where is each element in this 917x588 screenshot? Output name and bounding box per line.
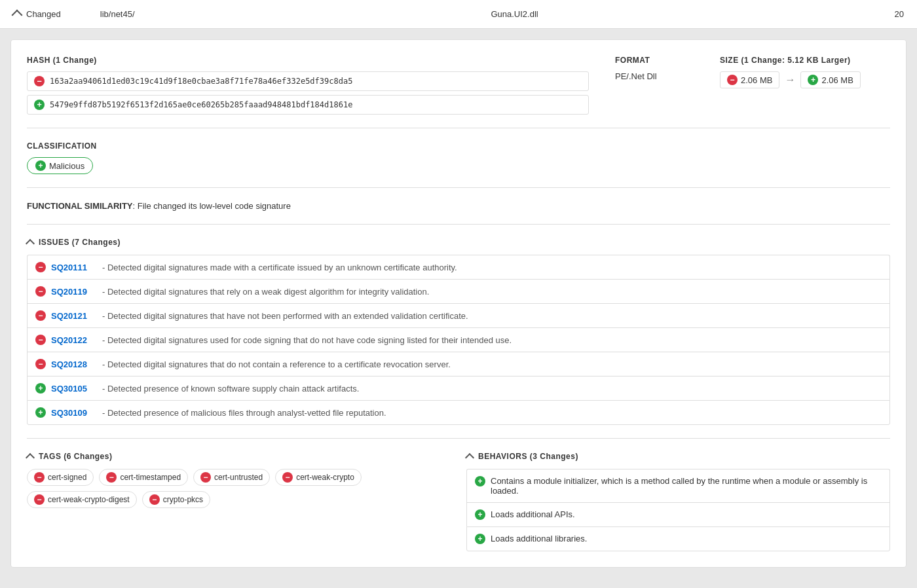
format-section: FORMAT PE/.Net Dll <box>615 56 694 81</box>
format-title: FORMAT <box>615 56 694 65</box>
divider-1 <box>27 128 890 128</box>
top-bar-count: 20 <box>895 9 904 19</box>
plus-icon: + <box>475 509 485 520</box>
minus-icon: − <box>34 76 45 86</box>
minus-icon: − <box>34 494 45 505</box>
minus-icon: − <box>35 310 46 321</box>
issue-code[interactable]: SQ20128 <box>51 359 97 369</box>
top-bar-toggle[interactable]: Changed <box>13 9 61 19</box>
behavior-row: +Contains a module initializer, which is… <box>466 469 890 502</box>
tags-section: TAGS (6 Changes) −cert-signed−cert-times… <box>27 452 451 551</box>
issue-row: −SQ20121 - Detected digital signatures t… <box>27 303 890 327</box>
size-title: SIZE (1 Change: 5.12 KB Larger) <box>720 56 890 65</box>
size-minus-icon: − <box>727 75 738 85</box>
behaviors-list: +Contains a module initializer, which is… <box>466 469 890 551</box>
behavior-text: Contains a module initializer, which is … <box>491 476 882 496</box>
minus-icon: − <box>35 335 46 345</box>
minus-icon: − <box>106 472 117 483</box>
issue-row: −SQ20122 - Detected digital signatures u… <box>27 327 890 352</box>
tag-label: crypto-pkcs <box>163 495 203 504</box>
size-old-badge: − 2.06 MB <box>720 71 779 88</box>
plus-icon: + <box>35 383 46 394</box>
issue-text: - Detected digital signatures made with … <box>102 263 457 272</box>
size-new-badge: + 2.06 MB <box>800 71 860 88</box>
issue-row: −SQ20128 - Detected digital signatures t… <box>27 352 890 376</box>
behaviors-title: BEHAVIORS (3 Changes) <box>478 452 578 461</box>
behavior-text: Loads additional APIs. <box>491 509 575 519</box>
behaviors-section: BEHAVIORS (3 Changes) +Contains a module… <box>466 452 890 551</box>
behavior-row: +Loads additional libraries. <box>466 526 890 551</box>
hash-title: HASH (1 Change) <box>27 56 589 65</box>
issues-title: ISSUES (7 Changes) <box>39 238 121 247</box>
issue-code[interactable]: SQ30105 <box>51 384 97 394</box>
functional-section: FUNCTIONAL SIMILARITY: File changed its … <box>27 201 890 211</box>
issue-text: - Detected digital signatures that do no… <box>102 359 451 369</box>
tag-label: cert-weak-crypto-digest <box>48 495 130 504</box>
top-bar-changed-label: Changed <box>26 9 61 19</box>
minus-icon: − <box>200 472 211 483</box>
minus-icon: − <box>34 472 45 483</box>
main-container: HASH (1 Change) − 163a2aa94061d1ed03c19c… <box>10 39 907 568</box>
behaviors-chevron-icon[interactable] <box>465 452 474 462</box>
tag-label: cert-weak-crypto <box>296 473 354 482</box>
issue-row: −SQ20119 - Detected digital signatures t… <box>27 279 890 303</box>
issue-code[interactable]: SQ30109 <box>51 408 97 418</box>
issue-text: - Detected digital signatures that have … <box>102 311 468 321</box>
classification-plus-icon: + <box>35 160 46 171</box>
plus-icon: + <box>475 534 485 544</box>
tag-item: −cert-weak-crypto <box>275 469 362 486</box>
classification-tag: + Malicious <box>27 157 93 174</box>
tag-item: −cert-untrusted <box>193 469 270 486</box>
divider-3 <box>27 224 890 225</box>
top-bar: Changed lib/net45/ Guna.UI2.dll 20 <box>0 0 917 29</box>
issue-text: - Detected presence of malicious files t… <box>102 408 386 418</box>
tag-item: −crypto-pkcs <box>142 491 210 508</box>
chevron-up-icon <box>12 10 23 21</box>
classification-title: CLASSIFICATION <box>27 141 890 151</box>
hash-new-value: 5479e9ffd87b5192f6513f2d165ae0ce60265b28… <box>50 100 352 109</box>
classification-section: CLASSIFICATION + Malicious <box>27 141 890 174</box>
minus-icon: − <box>35 359 46 369</box>
issue-code[interactable]: SQ20111 <box>51 263 97 272</box>
tags-list: −cert-signed−cert-timestamped−cert-untru… <box>27 469 451 508</box>
issue-row: −SQ20111 - Detected digital signatures m… <box>27 255 890 279</box>
tags-title: TAGS (6 Changes) <box>39 452 112 461</box>
hash-new-row: + 5479e9ffd87b5192f6513f2d165ae0ce60265b… <box>27 95 589 115</box>
size-section: SIZE (1 Change: 5.12 KB Larger) − 2.06 M… <box>720 56 890 88</box>
behavior-row: +Loads additional APIs. <box>466 502 890 526</box>
top-bar-path: lib/net45/ <box>100 9 135 19</box>
minus-icon: − <box>149 494 160 505</box>
minus-icon: − <box>282 472 293 483</box>
minus-icon: − <box>35 262 46 272</box>
issues-chevron-icon[interactable] <box>26 238 35 248</box>
behavior-text: Loads additional libraries. <box>491 534 587 543</box>
issue-code[interactable]: SQ20119 <box>51 287 97 297</box>
tag-label: cert-untrusted <box>214 473 263 482</box>
minus-icon: − <box>35 286 46 297</box>
behaviors-header: BEHAVIORS (3 Changes) <box>466 452 890 461</box>
plus-icon: + <box>475 476 485 487</box>
issue-text: - Detected digital signatures that rely … <box>102 287 429 297</box>
hash-old-row: − 163a2aa94061d1ed03c19c41d9f18e0cbae3a8… <box>27 71 589 91</box>
size-new-value: 2.06 MB <box>821 75 853 85</box>
issue-code[interactable]: SQ20121 <box>51 311 97 321</box>
issues-section: ISSUES (7 Changes) −SQ20111 - Detected d… <box>27 238 890 425</box>
arrow-right-icon: → <box>785 74 795 86</box>
tags-header: TAGS (6 Changes) <box>27 452 451 461</box>
issue-text: - Detected presence of known software su… <box>102 384 359 394</box>
issue-code[interactable]: SQ20122 <box>51 335 97 345</box>
classification-tag-label: Malicious <box>49 161 84 171</box>
format-value: PE/.Net Dll <box>615 71 694 81</box>
bottom-columns: TAGS (6 Changes) −cert-signed−cert-times… <box>27 452 890 551</box>
size-row: − 2.06 MB → + 2.06 MB <box>720 71 890 88</box>
top-bar-filename: Guna.UI2.dll <box>174 9 855 19</box>
tag-label: cert-signed <box>48 473 86 482</box>
tag-label: cert-timestamped <box>120 473 181 482</box>
tags-chevron-icon[interactable] <box>26 452 35 462</box>
hash-old-value: 163a2aa94061d1ed03c19c41d9f18e0cbae3a8f7… <box>50 77 352 86</box>
functional-label: FUNCTIONAL SIMILARITY <box>27 201 133 211</box>
size-old-value: 2.06 MB <box>741 75 772 85</box>
issue-text: - Detected digital signatures used for c… <box>102 335 512 345</box>
plus-icon: + <box>34 100 45 110</box>
issue-row: +SQ30105 - Detected presence of known so… <box>27 376 890 400</box>
